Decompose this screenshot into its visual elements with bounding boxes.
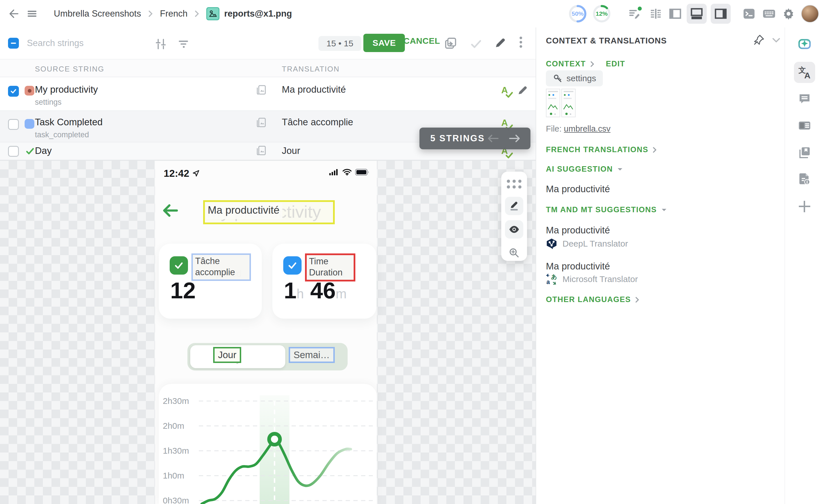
pager-next-icon[interactable] bbox=[508, 133, 521, 143]
pager-prev-icon[interactable] bbox=[487, 133, 500, 143]
section-label: FRENCH TRANSLATIONS bbox=[546, 145, 648, 154]
file-link[interactable]: umbrella.csv bbox=[564, 124, 611, 133]
mt-suggestion-text[interactable]: Ma productivité bbox=[546, 225, 610, 236]
settings-gear-icon[interactable] bbox=[782, 7, 795, 21]
svg-text:1h30m: 1h30m bbox=[163, 446, 189, 456]
location-arrow-icon bbox=[192, 170, 200, 177]
svg-text:2h0m: 2h0m bbox=[163, 421, 184, 430]
other-languages-section[interactable]: OTHER LANGUAGES bbox=[546, 295, 639, 304]
strings-pager: 5 STRINGS bbox=[419, 127, 530, 149]
chevron-right-icon bbox=[652, 147, 657, 153]
tm-mt-section[interactable]: TM AND MT SUGGESTIONS bbox=[546, 205, 667, 214]
document-info-icon[interactable] bbox=[798, 172, 811, 186]
key-icon bbox=[553, 74, 562, 83]
edit-pencil-icon[interactable] bbox=[494, 36, 506, 49]
saved-stack-icon[interactable] bbox=[798, 145, 811, 159]
productivity-chart: 2h30m 2h0m 1h30m 1h0m 0h30m bbox=[159, 384, 377, 504]
column-source: SOURCE STRING bbox=[35, 65, 104, 74]
annotated-day-box[interactable]: Jour bbox=[213, 347, 241, 363]
translation-string[interactable]: Tâche accomplie bbox=[282, 117, 353, 127]
ai-suggestion-section[interactable]: AI SUGGESTION bbox=[546, 165, 623, 174]
wifi-icon bbox=[342, 169, 351, 176]
source-string[interactable]: My productivity bbox=[35, 84, 98, 95]
column-translation: TRANSLATION bbox=[282, 65, 340, 74]
annotated-week-box[interactable]: Semai… bbox=[289, 347, 335, 363]
mt-provider-row: DeepL Translator bbox=[546, 238, 628, 249]
string-key[interactable]: task_completed bbox=[35, 130, 89, 139]
deepl-icon bbox=[546, 238, 557, 249]
mt-suggestion-text[interactable]: Ma productivité bbox=[546, 261, 610, 272]
verify-check-icon[interactable] bbox=[470, 38, 482, 51]
chevron-down-icon[interactable] bbox=[772, 38, 780, 43]
select-all-checkbox[interactable] bbox=[8, 38, 19, 48]
ai-sparkle-icon[interactable] bbox=[798, 37, 811, 51]
screenshot-attached-icon[interactable] bbox=[256, 145, 268, 157]
chevron-right-icon bbox=[147, 9, 153, 18]
edit-context-link[interactable]: EDIT bbox=[606, 60, 625, 68]
tasks-icon[interactable] bbox=[628, 7, 641, 21]
mt-provider-row: あa Microsoft Translator bbox=[546, 274, 638, 285]
comments-icon[interactable] bbox=[798, 92, 811, 106]
add-panel-icon[interactable] bbox=[798, 200, 811, 213]
screenshot-attached-icon[interactable] bbox=[256, 84, 268, 96]
context-screenshot-thumbnail[interactable] bbox=[546, 89, 576, 117]
svg-text:0h30m: 0h30m bbox=[163, 496, 189, 504]
context-link[interactable]: CONTEXT bbox=[546, 60, 586, 68]
row-checkbox[interactable] bbox=[8, 146, 19, 157]
filter-icon[interactable] bbox=[177, 38, 189, 50]
menu-icon[interactable] bbox=[25, 7, 39, 21]
svg-text:A: A bbox=[804, 71, 811, 80]
progress-ring-reviewed[interactable]: 50% bbox=[568, 4, 587, 23]
context-header-row: CONTEXT EDIT bbox=[546, 60, 625, 68]
layout-bottom-panel-icon[interactable] bbox=[687, 4, 707, 24]
tasks-card: Completed Tâche accomplie 12 bbox=[159, 244, 262, 319]
source-string[interactable]: Task Completed bbox=[35, 117, 103, 127]
status-badge-unverified bbox=[25, 86, 34, 96]
title-translated-text: Ma productivité bbox=[206, 203, 282, 219]
progress-ring-translated[interactable]: 12% bbox=[592, 4, 611, 23]
drag-handle-icon[interactable] bbox=[507, 180, 522, 189]
row-checkbox[interactable] bbox=[8, 119, 19, 130]
row-checkbox-checked[interactable] bbox=[8, 86, 19, 97]
string-row[interactable]: My productivity settings Ma productivité… bbox=[0, 77, 536, 111]
translation-string[interactable]: Ma productivité bbox=[282, 84, 346, 95]
preview-eye-button[interactable] bbox=[505, 220, 523, 238]
draw-tool-button[interactable] bbox=[505, 197, 523, 215]
french-translations-section[interactable]: FRENCH TRANSLATIONS bbox=[546, 145, 657, 154]
layout-left-panel-icon[interactable] bbox=[668, 7, 682, 21]
table-view-icon[interactable] bbox=[649, 7, 662, 21]
key-chip[interactable]: settings bbox=[546, 70, 603, 86]
ai-suggestion-text[interactable]: Ma productivité bbox=[546, 184, 610, 195]
provider-name: DeepL Translator bbox=[562, 239, 628, 248]
tune-filters-icon[interactable] bbox=[154, 38, 167, 51]
breadcrumb-filename[interactable]: reports@x1.png bbox=[224, 9, 292, 19]
layout-right-panel-icon[interactable] bbox=[711, 4, 731, 24]
annotated-title-box: My productivity Ma productivité bbox=[203, 200, 335, 224]
details-card-icon[interactable] bbox=[798, 119, 811, 132]
screenshot-viewer[interactable]: 12:42 My productivity Ma productivité bbox=[0, 160, 536, 504]
screenshot-attached-icon[interactable] bbox=[256, 117, 268, 129]
user-avatar[interactable] bbox=[801, 5, 819, 23]
translation-string[interactable]: Jour bbox=[282, 145, 300, 156]
status-badge-untranslated bbox=[25, 119, 34, 129]
duration-card: Duration Time Duration 1h 46m bbox=[272, 244, 376, 319]
annotated-label-box: Time Duration bbox=[305, 254, 355, 282]
keyboard-icon[interactable] bbox=[762, 7, 776, 21]
cellular-signal-icon bbox=[329, 169, 339, 176]
duplicate-icon[interactable] bbox=[444, 36, 457, 50]
breadcrumb-language[interactable]: French bbox=[160, 9, 187, 19]
more-options-icon[interactable] bbox=[520, 35, 522, 49]
breadcrumb-project[interactable]: Umbrella Screenshots bbox=[54, 9, 141, 19]
translations-tab-active[interactable]: 文A bbox=[794, 62, 815, 83]
zoom-in-button[interactable] bbox=[505, 244, 523, 262]
unpin-icon[interactable] bbox=[752, 34, 765, 46]
blue-checkbox-icon bbox=[283, 256, 302, 275]
string-key[interactable]: settings bbox=[35, 98, 62, 107]
save-button[interactable]: SAVE bbox=[364, 34, 405, 52]
source-string[interactable]: Day bbox=[35, 145, 52, 156]
edit-translation-icon[interactable] bbox=[517, 85, 528, 96]
terminal-icon[interactable] bbox=[742, 7, 756, 21]
back-icon[interactable] bbox=[6, 7, 20, 21]
list-toolbar: 15 • 15 SAVE CANCEL bbox=[0, 27, 536, 59]
cancel-button[interactable]: CANCEL bbox=[403, 36, 440, 46]
